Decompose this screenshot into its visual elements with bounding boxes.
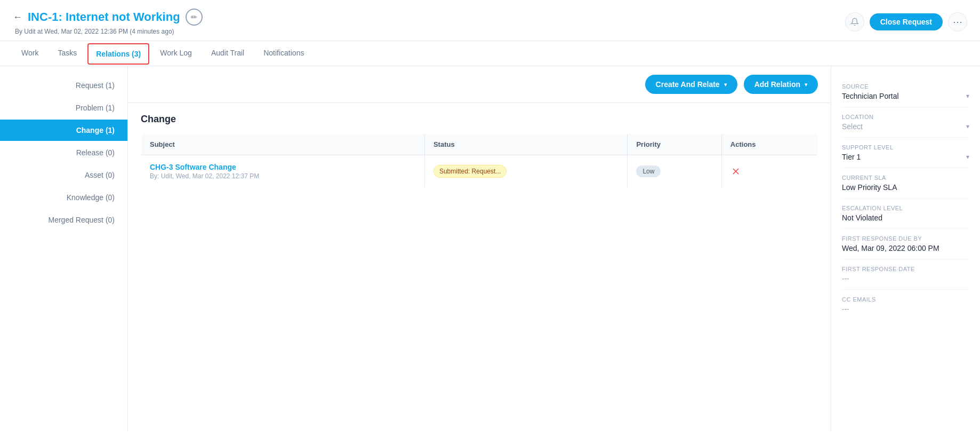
field-first-response-due-value: Wed, Mar 09, 2022 06:00 PM [842, 244, 969, 252]
field-first-response-due-label: First Response Due By [842, 235, 969, 242]
cell-actions [721, 155, 817, 188]
right-panel: Source Technician Portal ▾ Location Sele… [831, 66, 980, 432]
tab-tasks[interactable]: Tasks [49, 41, 85, 66]
relation-type-knowledge[interactable]: Knowledge (0) [0, 187, 127, 208]
field-first-response-date-value: --- [842, 274, 969, 283]
tab-audit[interactable]: Audit Trail [203, 41, 253, 66]
edit-button[interactable]: ✏ [186, 9, 203, 26]
location-chevron-icon: ▾ [966, 123, 969, 130]
field-cc-emails-label: Cc Emails [842, 296, 969, 303]
unlink-icon [730, 166, 741, 177]
field-source-label: Source [842, 83, 969, 90]
relations-section: Change Subject Status Priority Actions C… [128, 103, 831, 199]
field-source-value: Technician Portal [842, 92, 899, 100]
relation-type-release[interactable]: Release (0) [0, 142, 127, 163]
close-request-button[interactable]: Close Request [870, 13, 943, 30]
field-source: Source Technician Portal ▾ [842, 77, 969, 107]
source-chevron-icon: ▾ [966, 92, 969, 100]
field-cc-emails-value: --- [842, 305, 969, 313]
add-relation-chevron-icon: ▾ [805, 82, 807, 88]
field-location-value: Select [842, 122, 863, 131]
field-support-level-value: Tier 1 [842, 153, 861, 161]
header-meta: By Udit at Wed, Mar 02, 2022 12:36 PM (4… [15, 28, 203, 35]
tabs-bar: Work Tasks Relations (3) Work Log Audit … [0, 41, 980, 66]
create-and-relate-chevron-icon: ▾ [724, 82, 727, 88]
tab-work[interactable]: Work [13, 41, 47, 66]
relation-sidebar: Request (1) Problem (1) Change (1) Relea… [0, 66, 128, 432]
field-source-select[interactable]: Technician Portal ▾ [842, 92, 969, 100]
page-title: INC-1: Internet not Working [28, 10, 180, 24]
tab-relations[interactable]: Relations (3) [87, 43, 149, 65]
notification-button[interactable] [845, 12, 864, 31]
cell-priority: Low [628, 155, 721, 188]
support-level-chevron-icon: ▾ [966, 153, 969, 161]
create-and-relate-button[interactable]: Create And Relate ▾ [645, 75, 737, 94]
subject-meta: By: Udit, Wed, Mar 02, 2022 12:37 PM [150, 172, 416, 180]
section-title: Change [141, 114, 818, 125]
header-right: Close Request ⋯ [845, 12, 967, 31]
tab-notifications[interactable]: Notifications [255, 41, 312, 66]
field-support-level-label: Support Level [842, 144, 969, 151]
field-first-response-date-label: First Response Date [842, 266, 969, 272]
field-escalation-level-label: Escalation Level [842, 205, 969, 211]
field-location-label: Location [842, 114, 969, 120]
field-current-sla-label: Current SLA [842, 175, 969, 181]
col-subject: Subject [141, 134, 425, 155]
col-status: Status [424, 134, 628, 155]
col-priority: Priority [628, 134, 721, 155]
priority-badge: Low [636, 165, 661, 177]
field-first-response-due: First Response Due By Wed, Mar 09, 2022 … [842, 229, 969, 259]
relation-type-merged[interactable]: Merged Request (0) [0, 209, 127, 231]
add-relation-label: Add Relation [754, 80, 800, 89]
content-toolbar: Create And Relate ▾ Add Relation ▾ [128, 66, 831, 103]
back-button[interactable]: ← [13, 12, 22, 23]
field-escalation-level: Escalation Level Not Violated [842, 199, 969, 229]
table-row: CHG-3 Software Change By: Udit, Wed, Mar… [141, 155, 818, 188]
field-current-sla-value: Low Priority SLA [842, 183, 969, 192]
cell-subject: CHG-3 Software Change By: Udit, Wed, Mar… [141, 155, 425, 188]
cell-status: Submitted: Request... [424, 155, 628, 188]
relation-type-asset[interactable]: Asset (0) [0, 164, 127, 186]
relation-type-request[interactable]: Request (1) [0, 75, 127, 96]
field-cc-emails: Cc Emails --- [842, 290, 969, 320]
unlink-button[interactable] [730, 166, 741, 177]
create-and-relate-label: Create And Relate [656, 80, 720, 89]
add-relation-button[interactable]: Add Relation ▾ [744, 75, 818, 94]
field-location: Location Select ▾ [842, 107, 969, 138]
header-left: ← INC-1: Internet not Working ✏ By Udit … [13, 9, 203, 35]
bell-icon [850, 18, 859, 26]
tab-worklog[interactable]: Work Log [151, 41, 200, 66]
header-title: ← INC-1: Internet not Working ✏ [13, 9, 203, 26]
edit-icon: ✏ [191, 13, 197, 21]
relations-table: Subject Status Priority Actions CHG-3 So… [141, 133, 818, 188]
field-support-level-select[interactable]: Tier 1 ▾ [842, 153, 969, 161]
status-badge: Submitted: Request... [433, 165, 507, 178]
field-first-response-date: First Response Date --- [842, 259, 969, 290]
field-escalation-level-value: Not Violated [842, 213, 969, 222]
field-current-sla: Current SLA Low Priority SLA [842, 168, 969, 199]
more-options-button[interactable]: ⋯ [948, 12, 967, 31]
relation-type-problem[interactable]: Problem (1) [0, 97, 127, 118]
more-icon: ⋯ [953, 16, 962, 28]
main-layout: Request (1) Problem (1) Change (1) Relea… [0, 66, 980, 432]
field-location-select[interactable]: Select ▾ [842, 122, 969, 131]
relation-type-change[interactable]: Change (1) [0, 120, 127, 141]
header: ← INC-1: Internet not Working ✏ By Udit … [0, 0, 980, 41]
field-support-level: Support Level Tier 1 ▾ [842, 138, 969, 168]
subject-link[interactable]: CHG-3 Software Change [150, 163, 416, 171]
col-actions: Actions [721, 134, 817, 155]
content-area: Create And Relate ▾ Add Relation ▾ Chang… [128, 66, 831, 432]
